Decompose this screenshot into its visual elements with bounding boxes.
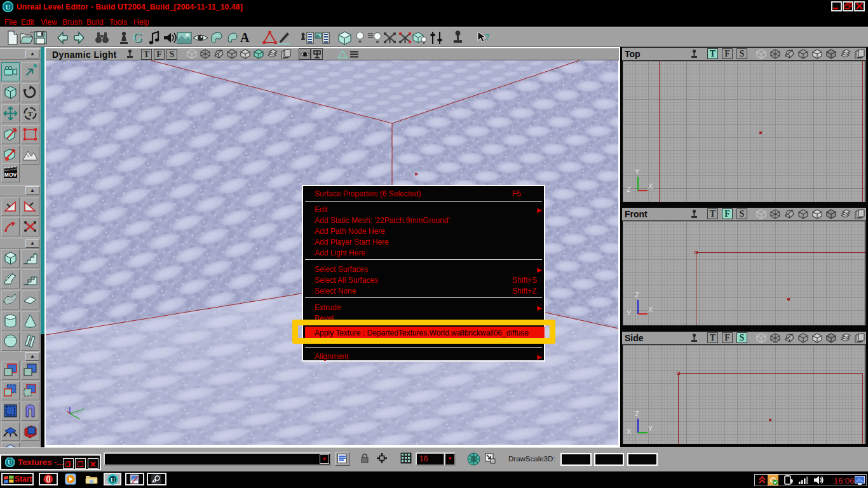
svg-text:T: T bbox=[28, 110, 33, 118]
svg-text:U: U bbox=[111, 476, 116, 484]
svg-text:MOV: MOV bbox=[4, 172, 17, 178]
svg-text:U: U bbox=[6, 3, 11, 11]
svg-text:?: ? bbox=[484, 32, 490, 42]
svg-text:U: U bbox=[8, 459, 12, 466]
